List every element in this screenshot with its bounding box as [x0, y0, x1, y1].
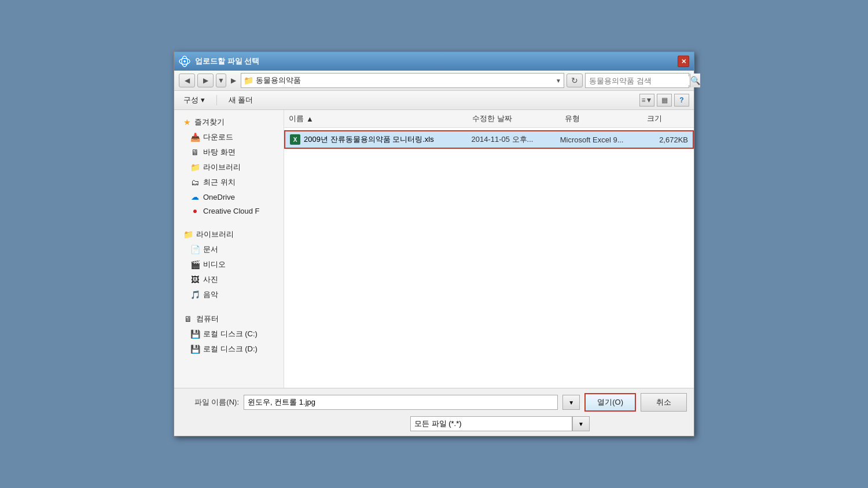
col-size-label: 크기	[647, 113, 662, 124]
file-name: 2009년 잔류동물용의약품 모니터링.xls	[304, 134, 471, 145]
footer-buttons: 열기(O) 취소	[584, 393, 687, 412]
view-list-icon: ≡▼	[642, 96, 653, 104]
search-input[interactable]	[586, 76, 690, 85]
sidebar-item-drive-d[interactable]: 💾 로컬 디스크 (D:)	[174, 342, 284, 357]
sidebar-item-videos[interactable]: 🎬 비디오	[174, 257, 284, 272]
music-label: 음악	[203, 289, 218, 300]
drive-d-icon: 💾	[190, 344, 200, 354]
col-header-date[interactable]: 수정한 날짜	[468, 112, 560, 125]
sidebar-item-downloads[interactable]: 📥 다운로드	[174, 130, 284, 145]
new-folder-button[interactable]: 새 폴더	[224, 93, 258, 107]
drive-c-icon: 💾	[190, 329, 200, 339]
file-list: X 2009년 잔류동물용의약품 모니터링.xls 2014-11-05 오후.…	[284, 128, 694, 388]
recent-icon: 🗂	[190, 178, 200, 187]
view-list-button[interactable]: ≡▼	[639, 94, 654, 107]
sidebar-item-recent[interactable]: 🗂 최근 위치	[174, 175, 284, 190]
address-bar[interactable]: 📁 동물용의약품 ▼	[241, 73, 564, 88]
favorites-label: 즐겨찾기	[194, 117, 225, 127]
sidebar-libraries-header: 📁 라이브러리	[174, 227, 284, 242]
creative-cloud-icon: ●	[190, 206, 200, 215]
filename-dropdown-button[interactable]: ▼	[562, 395, 580, 410]
sidebar-item-creative-cloud[interactable]: ● Creative Cloud F	[174, 204, 284, 218]
table-row[interactable]: X 2009년 잔류동물용의약품 모니터링.xls 2014-11-05 오후.…	[284, 130, 694, 149]
col-type-label: 유형	[565, 113, 580, 124]
organize-label: 구성 ▾	[183, 95, 205, 105]
filetype-text: 모든 파일 (*.*)	[414, 419, 462, 429]
file-dialog: 업로드할 파일 선택 ✕ ◀ ▶ ▼ ▶ 📁 동물용의약품 ▼ ↻ 🔍	[174, 52, 694, 436]
breadcrumb-separator: ▶	[231, 76, 236, 85]
music-icon: 🎵	[190, 290, 200, 299]
col-sort-icon: ▲	[306, 115, 314, 123]
main-content: 이름 ▲ 수정한 날짜 유형 크기 X 20	[284, 110, 694, 388]
dialog-title: 업로드할 파일 선택	[195, 56, 259, 67]
address-text: 동물용의약품	[256, 75, 553, 86]
nav-dropdown-button[interactable]: ▼	[216, 74, 226, 87]
col-date-label: 수정한 날짜	[472, 113, 512, 124]
desktop-icon: 🖥	[190, 148, 200, 157]
star-icon: ★	[183, 118, 191, 127]
videos-label: 비디오	[203, 259, 226, 270]
separator	[216, 95, 217, 105]
close-button[interactable]: ✕	[678, 56, 689, 67]
nav-toolbar: ◀ ▶ ▼ ▶ 📁 동물용의약품 ▼ ↻ 🔍	[174, 71, 694, 91]
back-button[interactable]: ◀	[179, 74, 195, 87]
col-header-type[interactable]: 유형	[560, 112, 642, 125]
filename-label: 파일 이름(N):	[181, 397, 239, 408]
recent-label: 최근 위치	[203, 177, 236, 188]
sidebar-computer-header: 🖥 컴퓨터	[174, 311, 284, 326]
file-size: 2,672KB	[639, 135, 688, 144]
view-grid-icon: ▦	[661, 96, 668, 104]
ie-icon	[179, 56, 190, 67]
library-icon: 📁	[190, 163, 200, 172]
search-icon: 🔍	[690, 76, 700, 85]
new-folder-label: 새 폴더	[229, 95, 253, 105]
drive-c-label: 로컬 디스크 (C:)	[203, 329, 258, 339]
forward-button[interactable]: ▶	[197, 74, 214, 87]
filetype-dropdown-icon: ▼	[578, 421, 584, 427]
filetype-dropdown-button[interactable]: ▼	[572, 416, 590, 431]
cancel-button[interactable]: 취소	[641, 393, 687, 412]
address-sort-icon: ▼	[556, 78, 561, 84]
sidebar-spacer2	[174, 302, 284, 311]
libraries-label: 라이브러리	[196, 229, 234, 240]
address-folder-icon: 📁	[244, 76, 253, 85]
organize-button[interactable]: 구성 ▾	[179, 93, 209, 107]
documents-icon: 📄	[190, 245, 200, 254]
refresh-icon: ↻	[571, 76, 578, 85]
search-button[interactable]: 🔍	[690, 74, 700, 87]
pictures-label: 사진	[203, 274, 218, 285]
desktop-label: 바탕 화면	[203, 147, 236, 157]
sidebar-item-desktop[interactable]: 🖥 바탕 화면	[174, 145, 284, 160]
sidebar-item-onedrive[interactable]: ☁ OneDrive	[174, 190, 284, 204]
sidebar-item-library[interactable]: 📁 라이브러리	[174, 160, 284, 175]
help-button[interactable]: ?	[674, 94, 689, 107]
view-grid-button[interactable]: ▦	[657, 94, 672, 107]
sidebar-favorites-header: ★ 즐겨찾기	[174, 115, 284, 130]
onedrive-label: OneDrive	[203, 193, 235, 201]
filename-input[interactable]	[244, 395, 558, 410]
sidebar: ★ 즐겨찾기 📥 다운로드 🖥 바탕 화면 📁 라이브러리 🗂 최근 위치 ☁	[174, 110, 284, 388]
col-header-name[interactable]: 이름 ▲	[284, 112, 468, 125]
search-bar[interactable]: 🔍	[585, 73, 689, 88]
computer-icon: 🖥	[183, 314, 193, 324]
filetype-display: 모든 파일 (*.*)	[410, 416, 572, 431]
sidebar-item-drive-c[interactable]: 💾 로컬 디스크 (C:)	[174, 326, 284, 342]
forward-icon: ▶	[203, 76, 208, 85]
sidebar-item-pictures[interactable]: 🖼 사진	[174, 272, 284, 287]
dialog-body: ★ 즐겨찾기 📥 다운로드 🖥 바탕 화면 📁 라이브러리 🗂 최근 위치 ☁	[174, 110, 694, 388]
sidebar-item-documents[interactable]: 📄 문서	[174, 242, 284, 257]
refresh-button[interactable]: ↻	[567, 74, 583, 87]
drive-d-label: 로컬 디스크 (D:)	[203, 344, 258, 354]
back-icon: ◀	[185, 76, 190, 85]
library-label: 라이브러리	[203, 162, 241, 173]
downloads-icon: 📥	[190, 133, 200, 142]
file-date: 2014-11-05 오후...	[471, 134, 560, 145]
excel-file-icon: X	[290, 134, 300, 145]
svg-point-3	[183, 60, 186, 63]
sidebar-item-music[interactable]: 🎵 음악	[174, 287, 284, 302]
videos-icon: 🎬	[190, 260, 200, 269]
computer-label: 컴퓨터	[196, 314, 219, 324]
title-bar-left: 업로드할 파일 선택	[179, 56, 259, 67]
col-header-size[interactable]: 크기	[642, 112, 694, 125]
open-button[interactable]: 열기(O)	[584, 393, 636, 412]
